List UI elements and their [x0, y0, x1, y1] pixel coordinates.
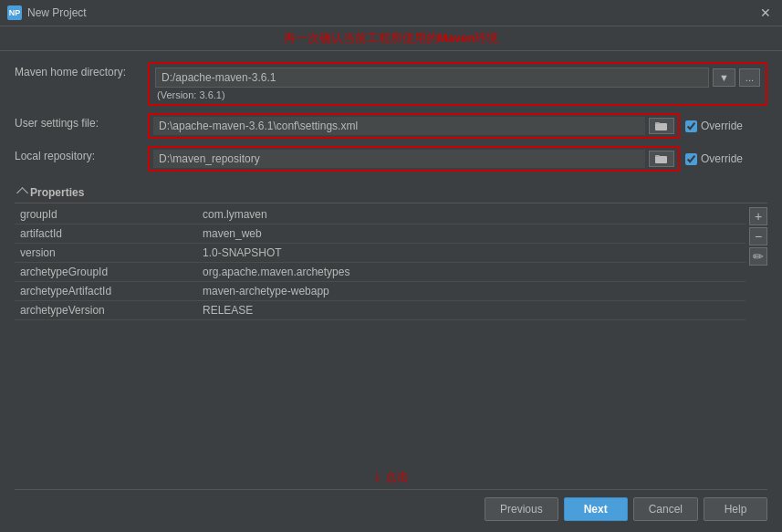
local-override-checkbox[interactable]: [685, 153, 697, 165]
user-settings-box: [148, 113, 680, 139]
property-key: archetypeVersion: [15, 301, 197, 320]
maven-home-dropdown[interactable]: ▼: [713, 68, 735, 87]
maven-home-box: ▼ ... (Version: 3.6.1): [148, 62, 767, 106]
content-area: Maven home directory: ▼ ... (Version: 3.…: [0, 51, 782, 459]
maven-home-label: Maven home directory:: [15, 62, 142, 78]
maven-home-input-row: ▼ ...: [155, 68, 760, 88]
click-annotation: ↓ 点击: [15, 466, 767, 485]
maven-version-text: (Version: 3.6.1): [155, 89, 760, 100]
property-key: groupId: [15, 205, 197, 224]
help-button[interactable]: Help: [704, 497, 767, 521]
local-repo-group: Local repository: Override: [15, 146, 767, 172]
properties-table: groupIdcom.lymavenartifactIdmaven_webver…: [15, 205, 746, 320]
svg-rect-1: [655, 122, 660, 124]
local-override-group: Override: [685, 152, 767, 165]
property-value: maven_web: [197, 224, 746, 244]
next-button[interactable]: Next: [564, 497, 628, 521]
user-override-group: Override: [685, 120, 767, 132]
bottom-area: ↓ 点击 Previous Next Cancel Help: [0, 459, 782, 532]
edit-property-btn[interactable]: ✏: [749, 247, 767, 266]
user-settings-row-wrapper: Override: [148, 113, 767, 139]
svg-rect-3: [655, 155, 660, 157]
properties-header: Properties: [15, 183, 767, 203]
property-value: 1.0-SNAPSHOT: [197, 244, 746, 263]
arrow-icon: ↓: [373, 466, 381, 485]
folder-icon: [655, 120, 668, 131]
close-button[interactable]: ✕: [756, 5, 775, 20]
remove-property-btn[interactable]: −: [749, 227, 767, 245]
maven-home-group: Maven home directory: ▼ ... (Version: 3.…: [15, 62, 767, 106]
property-key: archetypeGroupId: [15, 263, 197, 282]
folder-icon: [655, 153, 668, 164]
dialog-title: New Project: [27, 6, 87, 19]
spacer: [15, 328, 767, 448]
user-settings-label: User settings file:: [15, 113, 142, 130]
table-row: archetypeGroupIdorg.apache.maven.archety…: [15, 263, 746, 282]
annotation-banner: 再一次确认当前工程所使用的Maven环境: [0, 26, 782, 51]
new-project-dialog: NP New Project ✕ 再一次确认当前工程所使用的Maven环境 Ma…: [0, 0, 782, 532]
click-text: 点击: [385, 470, 409, 484]
property-value: com.lymaven: [197, 205, 746, 224]
user-settings-input[interactable]: [153, 117, 645, 135]
local-repo-box: [148, 146, 680, 172]
svg-rect-0: [655, 123, 667, 130]
cancel-button[interactable]: Cancel: [633, 497, 698, 521]
properties-section: Properties groupIdcom.lymavenartifactIdm…: [15, 183, 767, 320]
local-repo-row-wrapper: Override: [148, 146, 767, 172]
add-property-btn[interactable]: +: [749, 207, 767, 225]
local-repo-input[interactable]: [153, 150, 645, 168]
property-value: maven-archetype-webapp: [197, 282, 746, 301]
table-row: archetypeArtifactIdmaven-archetype-webap…: [15, 282, 746, 301]
property-key: archetypeArtifactId: [15, 282, 197, 301]
user-settings-group: User settings file: Override: [15, 113, 767, 139]
maven-home-ellipsis[interactable]: ...: [739, 68, 760, 87]
table-row: artifactIdmaven_web: [15, 224, 746, 244]
property-value: RELEASE: [197, 301, 746, 320]
table-row: archetypeVersionRELEASE: [15, 301, 746, 320]
table-row: version1.0-SNAPSHOT: [15, 244, 746, 263]
user-override-label: Override: [701, 120, 743, 132]
property-key: version: [15, 244, 197, 263]
previous-button[interactable]: Previous: [485, 497, 558, 521]
user-override-checkbox[interactable]: [685, 120, 697, 132]
properties-actions: + − ✏: [746, 203, 767, 320]
footer-buttons: Previous Next Cancel Help: [15, 489, 767, 525]
properties-content: groupIdcom.lymavenartifactIdmaven_webver…: [15, 203, 767, 320]
property-value: org.apache.maven.archetypes: [197, 263, 746, 282]
local-repo-folder-btn[interactable]: [649, 151, 674, 167]
dialog-icon: NP: [7, 5, 22, 20]
local-override-label: Override: [701, 152, 743, 165]
property-key: artifactId: [15, 224, 197, 244]
maven-home-input[interactable]: [155, 68, 709, 88]
svg-rect-2: [655, 156, 667, 163]
local-repo-label: Local repository:: [15, 146, 142, 162]
title-bar: NP New Project ✕: [0, 0, 782, 26]
table-row: groupIdcom.lymaven: [15, 205, 746, 224]
user-settings-folder-btn[interactable]: [649, 118, 674, 134]
